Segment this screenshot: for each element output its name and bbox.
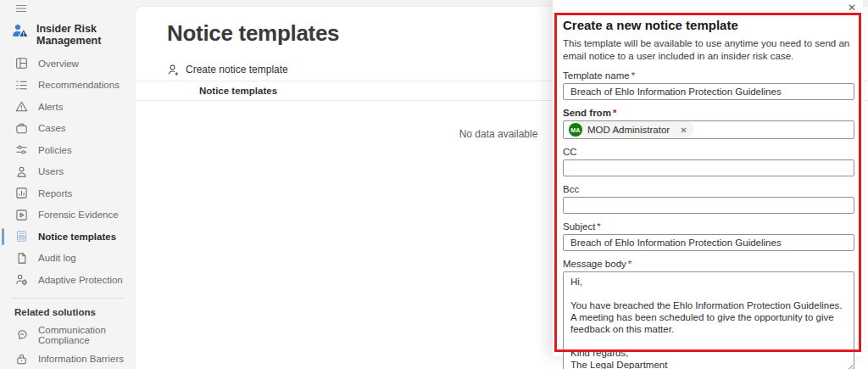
sidebar-item-label: Alerts: [38, 102, 63, 113]
required-asterisk: *: [597, 221, 600, 232]
subject-label: Subject*: [563, 221, 854, 232]
avatar: MA: [569, 123, 582, 137]
sidebar: Insider Risk Management OverviewRecommen…: [0, 0, 136, 369]
overview-icon: [14, 57, 28, 70]
send-from-label: Send from*: [563, 108, 854, 118]
sidebar-item-forensic-evidence[interactable]: Forensic Evidence: [0, 204, 136, 226]
sidebar-item-label: Audit log: [38, 253, 76, 264]
audit-log-icon: [14, 251, 28, 265]
sidebar-item-label: Policies: [38, 145, 72, 156]
subject-input[interactable]: [563, 234, 854, 251]
close-icon[interactable]: ✕: [844, 1, 860, 14]
panel-title: Create a new notice template: [563, 18, 854, 32]
forensic-evidence-icon: [14, 208, 28, 221]
sidebar-item-overview[interactable]: Overview: [0, 53, 136, 75]
information-barriers-icon: [14, 352, 28, 366]
remove-sender-icon[interactable]: ✕: [680, 126, 687, 135]
policies-icon: [14, 143, 28, 157]
create-notice-template-label: Create notice template: [186, 64, 288, 75]
sidebar-item-audit-log[interactable]: Audit log: [0, 248, 136, 270]
sidebar-item-label: Overview: [38, 59, 79, 70]
app-header: Insider Risk Management: [11, 22, 130, 47]
template-name-label: Template name*: [563, 70, 854, 81]
sidebar-item-label: Users: [38, 166, 64, 177]
sidebar-item-label: Notice templates: [38, 232, 116, 243]
sender-chip: MA MOD Administrator ✕: [567, 121, 694, 138]
sidebar-item-users[interactable]: Users: [0, 161, 136, 183]
sidebar-item-communication-compliance[interactable]: Communication Compliance: [0, 322, 136, 349]
required-asterisk: *: [632, 70, 635, 81]
table-column-header: Notice templates: [199, 86, 277, 96]
reports-icon: [14, 187, 28, 200]
send-from-input[interactable]: MA MOD Administrator ✕: [563, 120, 854, 139]
related-solutions-heading: Related solutions: [0, 305, 136, 322]
sidebar-item-label: Reports: [38, 188, 72, 199]
sidebar-item-alerts[interactable]: Alerts: [0, 96, 136, 118]
sidebar-item-label: Adaptive Protection: [38, 275, 123, 286]
create-template-panel: ✕ Create a new notice template This temp…: [553, 0, 863, 356]
cc-input[interactable]: [563, 159, 854, 176]
sidebar-item-notice-templates[interactable]: Notice templates: [0, 226, 136, 248]
person-add-icon: [167, 64, 180, 76]
template-name-input[interactable]: [563, 83, 854, 100]
sidebar-item-information-barriers[interactable]: Information Barriers: [0, 349, 136, 369]
message-body-label: Message body*: [563, 259, 854, 269]
app-root: Insider Risk Management OverviewRecommen…: [0, 0, 868, 369]
recommendations-icon: [14, 78, 28, 92]
alerts-icon: [14, 100, 28, 114]
create-notice-template-button[interactable]: Create notice template: [167, 59, 288, 80]
bcc-input[interactable]: [563, 197, 854, 214]
panel-body: Create a new notice template This templa…: [553, 0, 863, 369]
adaptive-protection-icon: [14, 273, 28, 287]
sidebar-item-label: Forensic Evidence: [38, 210, 119, 221]
page-title: Notice templates: [167, 20, 339, 47]
message-body-textarea[interactable]: Hi, You have breached the Ehlo Informati…: [563, 271, 854, 369]
sidebar-item-label: Cases: [38, 123, 66, 134]
sidebar-item-reports[interactable]: Reports: [0, 182, 136, 204]
cases-icon: [14, 121, 28, 135]
sidebar-item-label: Recommendations: [38, 80, 120, 91]
users-icon: [14, 165, 28, 178]
insider-risk-management-icon: [11, 22, 30, 41]
sidebar-item-recommendations[interactable]: Recommendations: [0, 75, 136, 97]
required-asterisk: *: [613, 108, 616, 118]
sidebar-item-label: Communication Compliance: [38, 325, 130, 346]
sidebar-item-label: Information Barriers: [38, 354, 124, 365]
sidebar-divider: [12, 298, 124, 299]
cc-label: CC: [563, 147, 854, 157]
sidebar-nav: OverviewRecommendationsAlertsCasesPolici…: [0, 53, 136, 369]
sender-name: MOD Administrator: [587, 125, 670, 135]
sidebar-item-adaptive-protection[interactable]: Adaptive Protection: [0, 269, 136, 291]
required-asterisk: *: [628, 259, 632, 269]
hamburger-menu-icon[interactable]: [15, 2, 32, 15]
sidebar-item-policies[interactable]: Policies: [0, 139, 136, 161]
notice-templates-icon: [14, 230, 28, 243]
app-title: Insider Risk Management: [36, 22, 130, 47]
sidebar-item-cases[interactable]: Cases: [0, 118, 136, 140]
bcc-label: Bcc: [563, 184, 854, 194]
panel-description: This template will be available to use a…: [563, 37, 854, 63]
communication-compliance-icon: [14, 328, 28, 342]
